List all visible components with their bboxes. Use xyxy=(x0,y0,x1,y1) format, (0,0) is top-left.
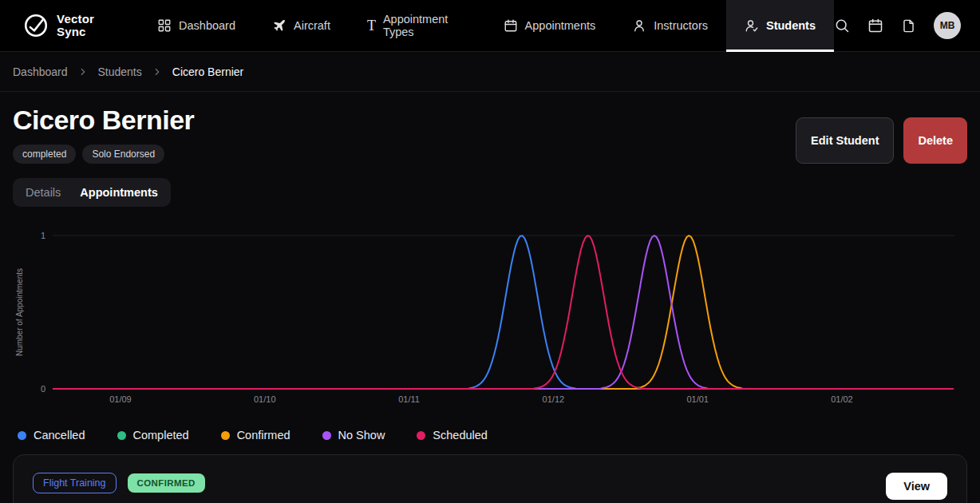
legend-dot xyxy=(117,431,126,440)
vector-sync-logo-icon xyxy=(22,12,49,39)
top-nav: Vector Sync Dashboard Aircraft T App xyxy=(0,0,980,52)
chevron-right-icon xyxy=(152,66,163,77)
tab-appointments[interactable]: Appointments xyxy=(72,182,165,203)
svg-text:0: 0 xyxy=(41,384,45,394)
delete-button[interactable]: Delete xyxy=(903,117,967,164)
page-title: Cicero Bernier xyxy=(13,105,194,136)
view-appointment-button[interactable]: View xyxy=(886,473,947,500)
search-icon[interactable] xyxy=(834,18,850,34)
legend-item-completed[interactable]: Completed xyxy=(117,429,189,442)
grid-icon xyxy=(157,18,172,33)
breadcrumb-students[interactable]: Students xyxy=(98,65,142,78)
calendar-icon xyxy=(504,18,518,33)
person-icon xyxy=(632,18,646,33)
legend-item-confirmed[interactable]: Confirmed xyxy=(221,429,290,442)
svg-text:1: 1 xyxy=(41,231,45,240)
breadcrumb: Dashboard Students Cicero Bernier xyxy=(0,52,980,92)
nav-label: Aircraft xyxy=(294,19,330,32)
legend-label: Confirmed xyxy=(237,429,290,442)
appointment-type-badge: Flight Training xyxy=(33,473,117,493)
endorsement-badge: Solo Endorsed xyxy=(82,145,164,164)
appointment-card: Flight Training CONFIRMED View xyxy=(13,454,967,503)
title-actions: Edit Student Delete xyxy=(796,117,967,164)
svg-text:01/01: 01/01 xyxy=(686,394,709,404)
legend-item-no-show[interactable]: No Show xyxy=(322,429,385,442)
brand-name: Vector Sync xyxy=(57,13,94,38)
main-content: Cicero Bernier completed Solo Endorsed E… xyxy=(0,105,980,503)
plane-icon xyxy=(272,18,286,33)
nav-item-students[interactable]: Students xyxy=(726,0,834,51)
edit-student-button[interactable]: Edit Student xyxy=(796,117,894,164)
nav-item-appointment-types[interactable]: T Appointment Types xyxy=(349,0,485,51)
calendar-icon[interactable] xyxy=(867,18,883,34)
nav-label: Dashboard xyxy=(179,19,235,32)
chevron-right-icon xyxy=(77,66,89,77)
tab-details[interactable]: Details xyxy=(18,182,69,203)
svg-text:01/10: 01/10 xyxy=(254,394,276,404)
breadcrumb-dashboard[interactable]: Dashboard xyxy=(13,65,68,78)
legend-label: Completed xyxy=(133,429,189,442)
legend-dot xyxy=(417,431,425,440)
svg-text:01/12: 01/12 xyxy=(543,394,565,404)
legend-label: Scheduled xyxy=(433,429,488,442)
breadcrumb-current: Cicero Bernier xyxy=(172,65,243,78)
header-actions: MB xyxy=(834,0,961,51)
svg-text:01/09: 01/09 xyxy=(109,394,132,404)
type-letter-icon: T xyxy=(367,18,376,33)
nav-label: Students xyxy=(766,19,816,32)
nav-item-appointments[interactable]: Appointments xyxy=(485,0,614,51)
appointments-chart: 0101/0901/1001/1101/1201/0101/02Number o… xyxy=(13,226,967,418)
nav-label: Appointment Types xyxy=(383,13,467,38)
svg-text:01/02: 01/02 xyxy=(831,394,853,404)
status-badge: completed xyxy=(13,145,76,164)
legend-item-scheduled[interactable]: Scheduled xyxy=(417,429,488,442)
appointment-status-badge: CONFIRMED xyxy=(128,473,205,493)
legend-label: No Show xyxy=(338,429,385,442)
chart-legend: Cancelled Completed Confirmed No Show Sc… xyxy=(13,429,967,442)
nav-item-instructors[interactable]: Instructors xyxy=(614,0,726,51)
svg-text:Number of Appointments: Number of Appointments xyxy=(15,268,24,356)
legend-dot xyxy=(322,431,331,440)
legend-item-cancelled[interactable]: Cancelled xyxy=(18,429,85,442)
brand-logo[interactable]: Vector Sync xyxy=(22,0,94,51)
user-avatar[interactable]: MB xyxy=(934,12,961,39)
nav-label: Instructors xyxy=(654,19,708,32)
tab-bar: Details Appointments xyxy=(13,178,171,207)
nav-item-dashboard[interactable]: Dashboard xyxy=(139,0,254,51)
legend-label: Cancelled xyxy=(34,429,85,442)
nav-item-aircraft[interactable]: Aircraft xyxy=(254,0,349,51)
student-badges: completed Solo Endorsed xyxy=(13,145,194,164)
main-nav: Dashboard Aircraft T Appointment Types xyxy=(139,0,834,51)
legend-dot xyxy=(221,431,230,440)
person-check-icon xyxy=(745,18,759,33)
nav-label: Appointments xyxy=(525,19,596,32)
document-icon[interactable] xyxy=(901,18,916,34)
legend-dot xyxy=(18,431,26,440)
svg-text:01/11: 01/11 xyxy=(398,394,420,404)
